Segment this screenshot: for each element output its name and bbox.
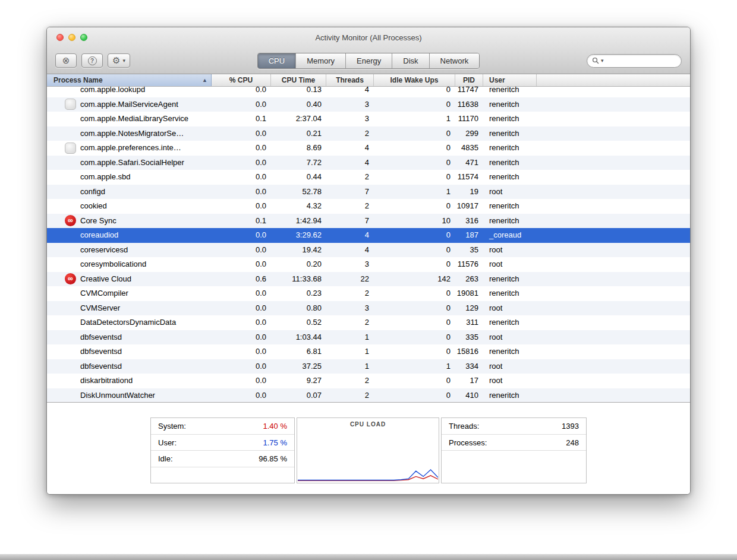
cell-name: configd (47, 185, 212, 200)
process-row[interactable]: com.apple.MailServiceAgent0.00.403011638… (47, 97, 690, 112)
cell-user: reneritch (483, 170, 537, 185)
cell-name: com.apple.MediaLibraryService (47, 112, 212, 126)
cell-name: com.apple.NotesMigratorSe… (47, 126, 212, 141)
cell-cpu: 0.0 (212, 97, 271, 112)
cell-time: 7.72 (271, 156, 326, 170)
tab-memory[interactable]: Memory (296, 53, 346, 68)
cell-threads: 4 (326, 243, 374, 258)
cell-wakeups: 10 (374, 214, 455, 229)
cell-threads: 2 (326, 374, 374, 388)
cell-user: reneritch (483, 199, 537, 214)
idle-stat-row: Idle: 96.85 % (151, 451, 294, 467)
process-row[interactable]: dbfseventsd0.037.2511334root (47, 359, 690, 374)
process-row[interactable]: com.apple.preferences.inte…0.08.69404835… (47, 141, 690, 156)
column-header-idle-wakeups[interactable]: Idle Wake Ups (374, 74, 455, 86)
cell-name: coreservicesd (47, 243, 212, 258)
minimize-button[interactable] (68, 34, 75, 41)
sort-ascending-icon: ▲ (202, 74, 207, 86)
process-row[interactable]: cookied0.04.322010917reneritch (47, 199, 690, 214)
cell-name: com.apple.preferences.inte… (47, 141, 212, 156)
cell-cpu: 0.0 (212, 286, 271, 301)
process-name: com.apple.MediaLibraryService (80, 112, 188, 126)
search-input[interactable] (606, 56, 676, 65)
cell-wakeups: 0 (374, 156, 455, 170)
cell-pid: 263 (455, 272, 483, 287)
process-row[interactable]: ∞Creative Cloud0.611:33.6822142263reneri… (47, 272, 690, 287)
cell-pid: 35 (455, 243, 483, 258)
inspect-button[interactable]: ? (81, 53, 103, 68)
cell-time: 52.78 (271, 185, 326, 200)
cell-threads: 3 (326, 112, 374, 126)
cell-cpu: 0.1 (212, 214, 271, 229)
process-row[interactable]: coresymbolicationd0.00.203011576root (47, 257, 690, 272)
tab-energy[interactable]: Energy (346, 53, 392, 68)
cpu-load-graph (298, 432, 438, 482)
cell-wakeups: 0 (374, 388, 455, 403)
process-row[interactable]: coreservicesd0.019.424035root (47, 243, 690, 258)
process-name: coreservicesd (80, 243, 128, 258)
cell-cpu: 0.0 (212, 301, 271, 316)
cell-wakeups: 142 (374, 272, 455, 287)
process-row[interactable]: CVMServer0.00.8030129root (47, 301, 690, 316)
process-row[interactable]: diskarbitrationd0.09.272017root (47, 374, 690, 388)
cell-user: root (483, 257, 537, 272)
titlebar[interactable]: Activity Monitor (All Processes) (47, 27, 690, 48)
process-row[interactable]: DiskUnmountWatcher0.00.0720410reneritch (47, 388, 690, 403)
cell-user: reneritch (483, 126, 537, 141)
process-row[interactable]: com.apple.Safari.SocialHelper0.07.724047… (47, 156, 690, 170)
process-row[interactable]: com.apple.sbd0.00.442011574reneritch (47, 170, 690, 185)
tab-disk[interactable]: Disk (392, 53, 429, 68)
process-row[interactable]: dbfseventsd0.06.811015816reneritch (47, 344, 690, 359)
process-row[interactable]: ∞Core Sync0.11:42.94710316reneritch (47, 214, 690, 229)
cell-threads: 2 (326, 315, 374, 330)
user-label: User: (158, 435, 177, 451)
close-button[interactable] (56, 34, 64, 41)
cell-time: 6.81 (271, 344, 326, 359)
cell-user: reneritch (483, 112, 537, 126)
process-row[interactable]: com.apple.MediaLibraryService0.12:37.043… (47, 112, 690, 126)
column-header-threads[interactable]: Threads (326, 74, 374, 86)
cell-time: 19.42 (271, 243, 326, 258)
tab-network[interactable]: Network (430, 53, 480, 68)
idle-label: Idle: (158, 451, 173, 467)
cell-wakeups: 0 (374, 344, 455, 359)
user-stat-row: User: 1.75 % (151, 435, 294, 451)
process-name: dbfseventsd (80, 344, 122, 359)
cell-pid: 10917 (455, 199, 483, 214)
actions-menu-button[interactable]: ⚙ ▾ (108, 53, 130, 68)
process-row[interactable]: configd0.052.787119root (47, 185, 690, 200)
cell-wakeups: 0 (374, 330, 455, 345)
threads-value: 1393 (562, 418, 579, 434)
process-row[interactable]: dbfseventsd0.01:03.4410335root (47, 330, 690, 345)
cell-wakeups: 0 (374, 374, 455, 388)
traffic-lights (56, 34, 87, 41)
gear-icon: ⚙ (112, 55, 120, 66)
footer-boxes: System: 1.40 % User: 1.75 % Idle: 96.85 … (150, 417, 587, 483)
cell-pid: 19 (455, 185, 483, 200)
system-stat-row: System: 1.40 % (151, 418, 294, 435)
cpu-stat-value: 96.85 % (259, 451, 287, 467)
cell-time: 8.69 (271, 141, 326, 156)
column-header-process-name[interactable]: Process Name ▲ (47, 74, 212, 86)
column-header-user[interactable]: User (483, 74, 537, 86)
process-row[interactable]: DataDetectorsDynamicData0.00.5220311rene… (47, 315, 690, 330)
zoom-button[interactable] (80, 34, 87, 41)
process-row[interactable]: coreaudiod0.03:29.6240187_coreaud (47, 228, 690, 243)
column-header-cpu[interactable]: % CPU (212, 74, 271, 86)
window-chrome: Activity Monitor (All Processes) ⊗ ? ⚙ ▾… (47, 27, 690, 74)
quit-process-button[interactable]: ⊗ (55, 53, 77, 68)
processes-count-row: Processes: 248 (442, 435, 586, 451)
cell-time: 0.23 (271, 286, 326, 301)
process-name: dbfseventsd (80, 330, 122, 345)
process-row[interactable]: com.apple.lookupd0.00.134011747reneritch (47, 87, 690, 97)
cell-pid: 19081 (455, 286, 483, 301)
cell-name: dbfseventsd (47, 359, 212, 374)
process-row[interactable]: com.apple.NotesMigratorSe…0.00.2120299re… (47, 126, 690, 141)
tab-cpu[interactable]: CPU (258, 53, 296, 68)
cpu-load-box: CPU LOAD (297, 417, 439, 483)
column-header-filler (537, 74, 690, 86)
column-header-pid[interactable]: PID (455, 74, 483, 86)
column-header-cpu-time[interactable]: CPU Time (271, 74, 326, 86)
process-row[interactable]: CVMCompiler0.00.232019081reneritch (47, 286, 690, 301)
search-field[interactable]: ▾ (587, 54, 682, 68)
